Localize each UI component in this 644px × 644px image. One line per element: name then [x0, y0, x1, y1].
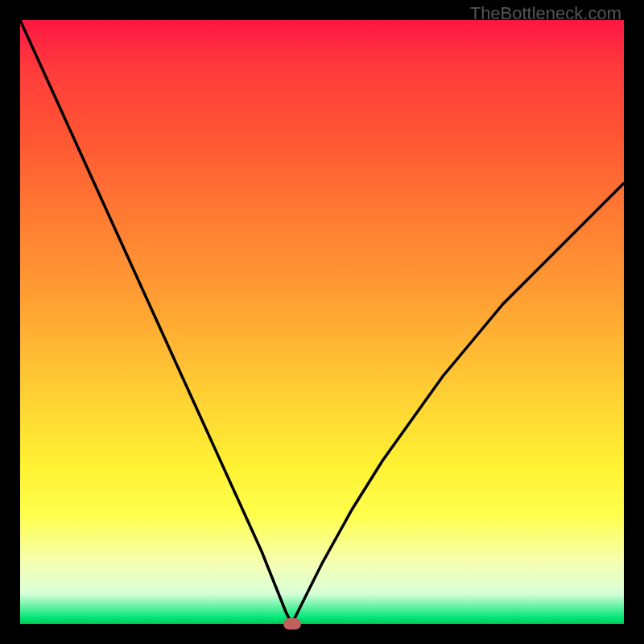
optimal-point-marker [283, 618, 301, 630]
chart-container: TheBottleneck.com [0, 0, 644, 644]
watermark-text: TheBottleneck.com [470, 3, 621, 24]
plot-area [20, 20, 624, 624]
bottleneck-curve [20, 20, 624, 624]
